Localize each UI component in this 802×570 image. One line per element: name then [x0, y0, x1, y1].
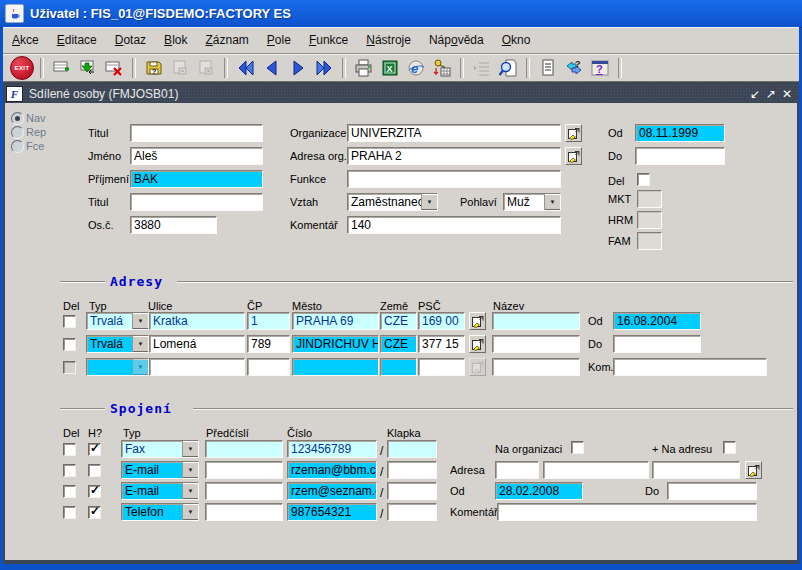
address-typ-select[interactable]: Trvalá▼ — [86, 335, 149, 353]
connection-h-checkbox[interactable] — [88, 464, 101, 477]
connection-klapka-field[interactable] — [387, 461, 437, 479]
organizace-field[interactable]: UNIVERZITA — [347, 124, 561, 142]
connection-od-field[interactable]: 28.02.2008 — [495, 482, 583, 500]
connection-komentar-field[interactable] — [497, 503, 757, 521]
document-button[interactable] — [536, 56, 560, 80]
na-adresu-checkbox[interactable] — [723, 441, 736, 454]
delete-record-button[interactable] — [102, 56, 126, 80]
connection-klapka-field[interactable] — [387, 503, 437, 521]
address-nazev-field[interactable] — [492, 358, 580, 376]
chevron-down-icon[interactable]: ▼ — [182, 441, 198, 457]
chevron-down-icon[interactable]: ▼ — [132, 313, 148, 329]
del-checkbox[interactable] — [637, 173, 650, 186]
do-field[interactable] — [635, 147, 725, 165]
address-zeme-field[interactable]: CZE — [380, 335, 417, 353]
print-button[interactable] — [352, 56, 376, 80]
last-record-button[interactable] — [312, 56, 336, 80]
connection-cislo-field[interactable]: 987654321 — [287, 503, 377, 521]
outline-button[interactable] — [470, 56, 494, 80]
menu-napoveda[interactable]: Nápověda — [420, 30, 493, 50]
minimize-icon[interactable]: ↙ — [750, 88, 760, 100]
address-do-field[interactable] — [613, 335, 701, 353]
menu-blok[interactable]: Blok — [155, 30, 196, 50]
maximize-icon[interactable]: ↗ — [766, 88, 776, 100]
exit-button[interactable]: EXIT — [10, 56, 34, 80]
connection-del-checkbox[interactable] — [63, 443, 76, 456]
na-organizaci-checkbox[interactable] — [571, 441, 584, 454]
address-mesto-field[interactable]: PRAHA 69 — [292, 312, 379, 330]
address-nazev-field[interactable] — [492, 312, 580, 330]
clear-record-button[interactable] — [168, 56, 192, 80]
titul1-field[interactable] — [130, 124, 263, 142]
address-del-checkbox[interactable] — [63, 338, 76, 351]
pohlavi-select[interactable]: Muž▼ — [503, 193, 561, 211]
adresa-org-field[interactable]: PRAHA 2 — [347, 147, 561, 165]
vztah-select[interactable]: Zaměstnanec▼ — [347, 193, 438, 211]
next-record-button[interactable] — [286, 56, 310, 80]
funkce-field[interactable] — [347, 170, 561, 188]
previous-record-button[interactable] — [260, 56, 284, 80]
connection-del-checkbox[interactable] — [63, 485, 76, 498]
radio-nav[interactable] — [11, 112, 24, 125]
connection-predcisli-field[interactable] — [205, 461, 283, 479]
connection-h-checkbox[interactable] — [88, 506, 101, 519]
connection-del-checkbox[interactable] — [63, 464, 76, 477]
menu-akce[interactable]: Akce — [3, 30, 48, 50]
address-cp-field[interactable]: 1 — [247, 312, 290, 330]
permissions-button[interactable] — [430, 56, 454, 80]
chevron-down-icon[interactable]: ▼ — [544, 194, 560, 210]
address-ulice-field[interactable] — [149, 358, 245, 376]
oscislo-field[interactable]: 3880 — [130, 216, 217, 234]
prijmeni-field[interactable]: BAK — [130, 170, 263, 188]
address-nazev-field[interactable] — [492, 335, 580, 353]
connection-adresa3-field[interactable] — [652, 461, 740, 479]
address-edit-button[interactable] — [469, 312, 486, 330]
connection-h-checkbox[interactable] — [88, 443, 101, 456]
chevron-down-icon[interactable]: ▼ — [182, 483, 198, 499]
close-icon[interactable]: ✕ — [782, 88, 792, 100]
connection-predcisli-field[interactable] — [205, 440, 283, 458]
chevron-down-icon[interactable]: ▼ — [132, 336, 148, 352]
komentar-field[interactable]: 140 — [347, 216, 561, 234]
connection-adresa-edit-button[interactable] — [745, 461, 762, 479]
chevron-down-icon[interactable]: ▼ — [132, 359, 148, 375]
address-cp-field[interactable]: 789 — [247, 335, 290, 353]
menu-pole[interactable]: Pole — [258, 30, 300, 50]
clear-block-button[interactable] — [194, 56, 218, 80]
address-edit-button[interactable] — [469, 335, 486, 353]
address-kom-field[interactable] — [613, 358, 767, 376]
insert-record-button[interactable] — [50, 56, 74, 80]
chevron-down-icon[interactable]: ▼ — [182, 462, 198, 478]
address-cp-field[interactable] — [247, 358, 290, 376]
save-button[interactable]: ? — [142, 56, 166, 80]
address-mesto-field[interactable] — [292, 358, 379, 376]
connection-typ-select[interactable]: Fax▼ — [121, 440, 199, 458]
connection-adresa1-field[interactable] — [495, 461, 539, 479]
connection-klapka-field[interactable] — [387, 440, 437, 458]
address-zeme-field[interactable]: CZE — [380, 312, 417, 330]
connection-cislo-field[interactable]: 123456789 — [287, 440, 377, 458]
address-psc-field[interactable] — [418, 358, 465, 376]
search-button[interactable] — [496, 56, 520, 80]
menu-funkce[interactable]: Funkce — [300, 30, 357, 50]
first-record-button[interactable] — [234, 56, 258, 80]
duplicate-record-button[interactable] — [76, 56, 100, 80]
connection-typ-select[interactable]: Telefon▼ — [121, 503, 199, 521]
browser-button[interactable]: e — [404, 56, 428, 80]
connection-predcisli-field[interactable] — [205, 482, 283, 500]
menu-editace[interactable]: Editace — [48, 30, 106, 50]
address-typ-select[interactable]: ▼ — [86, 358, 149, 376]
address-del-checkbox[interactable] — [63, 315, 76, 328]
connection-cislo-field[interactable]: rzem@seznam.cz — [287, 482, 377, 500]
help-button[interactable]: ? — [588, 56, 612, 80]
address-ulice-field[interactable]: Lomená — [149, 335, 245, 353]
address-od-field[interactable]: 16.08.2004 — [613, 312, 701, 330]
od-field[interactable]: 08.11.1999 — [635, 124, 725, 142]
menu-nastroje[interactable]: Nástroje — [357, 30, 420, 50]
radio-fce[interactable] — [11, 140, 24, 153]
connection-predcisli-field[interactable] — [205, 503, 283, 521]
address-psc-field[interactable]: 169 00 — [418, 312, 465, 330]
address-ulice-field[interactable]: Kratka — [149, 312, 245, 330]
address-zeme-field[interactable] — [380, 358, 417, 376]
adresa-org-edit-button[interactable] — [565, 147, 582, 165]
